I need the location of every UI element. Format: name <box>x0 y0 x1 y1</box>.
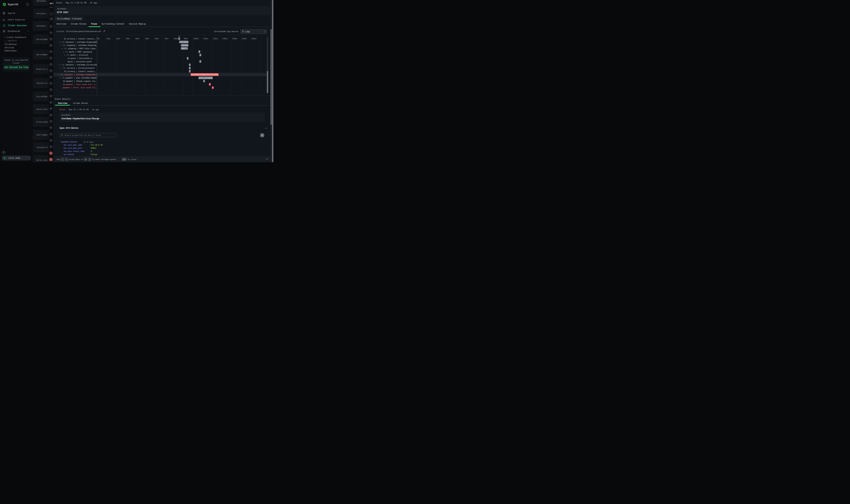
chevron-down-icon[interactable] <box>60 44 62 46</box>
trace-tree-row[interactable]: currency | Convert convers… <box>64 70 97 73</box>
session-card[interactable]: Kieran92@h <box>33 91 49 102</box>
trace-tree-row[interactable]: (1)currency | Currency/Convert <box>60 67 97 70</box>
attribute-key[interactable]: rpc.grpc.status_code <box>64 150 85 152</box>
location-pin-icon[interactable] <box>49 69 53 73</box>
trace-span-bar[interactable]: oteldemo. <box>179 41 188 43</box>
tree-chart-divider[interactable] <box>97 35 97 95</box>
trace-span-bar[interactable]: o <box>189 64 191 66</box>
location-pin-icon[interactable] <box>49 50 53 54</box>
sidebar-item-client-sessions[interactable]: Client Sessions <box>0 23 32 28</box>
session-card[interactable]: Anonymous <box>33 8 49 18</box>
attribute-key[interactable]: rpc.method <box>64 154 74 156</box>
chevron-up-icon[interactable] <box>28 30 30 32</box>
tree-chart-divider-thumb[interactable] <box>97 37 97 43</box>
help-button[interactable]: ? <box>2 150 5 154</box>
preset-item-kubernetes[interactable]: Kubernetes <box>4 50 17 52</box>
attribute-key[interactable]: net.sock.peer.port <box>64 147 82 149</box>
drawer-scrollbar-thumb[interactable] <box>271 29 272 125</box>
sidebar-collapse-icon[interactable] <box>26 3 29 6</box>
trace-tree-row[interactable]: quote | calculate-quote <box>68 60 97 63</box>
location-pin-icon[interactable] <box>49 24 53 28</box>
chevron-down-icon[interactable] <box>58 74 59 75</box>
trace-tree-row[interactable]: (1)quote | POST /getquote <box>62 50 97 54</box>
chevron-down-icon[interactable] <box>59 77 61 79</box>
attributes-search[interactable] <box>59 133 116 137</box>
location-pin-icon[interactable] <box>49 94 53 98</box>
trace-span-bar[interactable]: grpc.oteldemo. <box>198 76 213 79</box>
location-pin-icon[interactable] <box>49 107 53 111</box>
chevron-down-icon[interactable] <box>59 41 60 43</box>
chevron-down-icon[interactable] <box>61 48 63 49</box>
trace-tree-row[interactable]: (1)shipping | oteldemo.Shipping… <box>60 43 97 47</box>
session-card[interactable]: Pearl43@ho <box>33 130 49 140</box>
service-name-chip[interactable]: ServiceName: frontend <box>55 17 83 21</box>
account-menu[interactable]: U Local mode <box>2 156 31 160</box>
attributes-root[interactable]: ▾SpanAttributes <box>60 141 77 143</box>
trace-tree-row[interactable]: (1)checkout | oteldemo.ShippingSe… <box>59 40 97 44</box>
event-tab-column-values[interactable]: Column Values <box>73 102 88 104</box>
trace-tree-row[interactable]: payment | Error: Visa cache ful… <box>63 86 97 89</box>
attribute-key[interactable]: net.sock.peer.addr <box>64 144 82 146</box>
location-pin-icon[interactable] <box>49 31 53 35</box>
session-search-input[interactable]: Sea <box>50 12 53 16</box>
trace-span-bar[interactable]: { <box>199 54 201 56</box>
trace-span-bar[interactable]: P <box>198 50 200 53</box>
session-card[interactable]: Howard.Run <box>33 104 49 114</box>
location-pin-icon[interactable] <box>49 145 53 148</box>
trace-span-bar[interactable] <box>178 37 180 40</box>
location-pin-icon[interactable] <box>49 56 53 60</box>
trace-scrollbar-thumb[interactable] <box>267 71 268 93</box>
close-icon[interactable]: ✕ <box>266 158 268 160</box>
trace-span-bar[interactable]: C <box>189 67 191 69</box>
brand-row[interactable]: HyperDX <box>2 2 18 6</box>
location-pin-icon[interactable] <box>49 126 53 130</box>
session-card[interactable]: Shaniya.Sc <box>33 78 49 88</box>
preset-item-clickhouse[interactable]: Clickhouse <box>4 43 17 46</box>
trace-tree-row[interactable]: (1)shipping | POST http://quo… <box>61 47 97 50</box>
chevron-down-icon[interactable] <box>64 54 66 56</box>
tab-surrounding-context[interactable]: Surrounding Context <box>102 23 125 25</box>
trace-tree-row[interactable]: (1)checkout | oteldemo.PaymentServi… <box>58 73 97 76</box>
session-card[interactable]: Deion37@gm <box>33 34 49 44</box>
trace-tree-row[interactable]: (3)payment | grpc.oteldemo.Paymen… <box>59 76 97 79</box>
chevron-up-icon[interactable] <box>265 127 267 129</box>
location-pin-icon[interactable] <box>49 43 53 47</box>
trace-tree-row[interactable]: currency | Convert convers… <box>64 37 97 40</box>
location-pin-icon[interactable] <box>49 75 53 79</box>
presets-header[interactable]: PRESETS <box>4 40 17 42</box>
tab-column-values[interactable]: Column Values <box>71 23 86 25</box>
window-scrollbar-thumb[interactable] <box>272 0 273 162</box>
location-pin-icon[interactable] <box>49 37 53 41</box>
log-source-select[interactable]: Logs <box>240 29 267 34</box>
location-pin-icon[interactable] <box>49 113 53 117</box>
get-started-button[interactable]: Get Started for Free <box>4 65 29 69</box>
trace-span-bar[interactable]: C <box>203 80 205 82</box>
trace-span-bar[interactable]: POST ht <box>181 47 188 50</box>
chevron-down-icon[interactable] <box>62 51 64 53</box>
trace-span-bar[interactable]: c <box>199 60 201 63</box>
tab-session-replay[interactable]: Session Replay <box>129 23 146 25</box>
tab-overview[interactable]: Overview <box>56 23 66 25</box>
location-pin-icon[interactable] <box>49 82 53 85</box>
trace-tree-row[interactable]: quote | Calculated q… <box>68 57 97 60</box>
session-card[interactable]: Ernesto33@ <box>33 117 49 127</box>
edit-pencil-icon[interactable] <box>103 30 106 32</box>
trace-span-bar[interactable]: C <box>189 70 191 73</box>
session-card[interactable]: Jonathan.B <box>33 142 49 152</box>
sidebar-item-dashboards[interactable]: Dashboards <box>0 29 32 33</box>
location-pin-icon[interactable] <box>49 120 53 123</box>
session-card[interactable]: Dolly.Lubo <box>33 155 49 162</box>
trace-span-bar[interactable]: V <box>209 83 211 86</box>
tab-trace[interactable]: Trace <box>91 23 97 25</box>
session-card[interactable]: Roderick_S <box>33 64 49 74</box>
trace-span-bar[interactable]: oteldemo <box>181 44 188 47</box>
swap-arrows-icon[interactable] <box>49 151 53 155</box>
location-pin-icon[interactable] <box>49 62 53 66</box>
sidebar-item-chart-explorer[interactable]: Chart Explorer <box>0 17 32 22</box>
session-card[interactable]: Anonymous <box>33 21 49 31</box>
sidebar-item-search[interactable]: Search <box>0 11 32 15</box>
trace-tree-row[interactable]: (2)quote | {closure} <box>64 54 97 57</box>
session-card[interactable]: Walton9@ho <box>33 50 49 60</box>
session-card[interactable]: Anonymous <box>33 0 49 6</box>
location-pin-icon[interactable] <box>49 101 53 104</box>
